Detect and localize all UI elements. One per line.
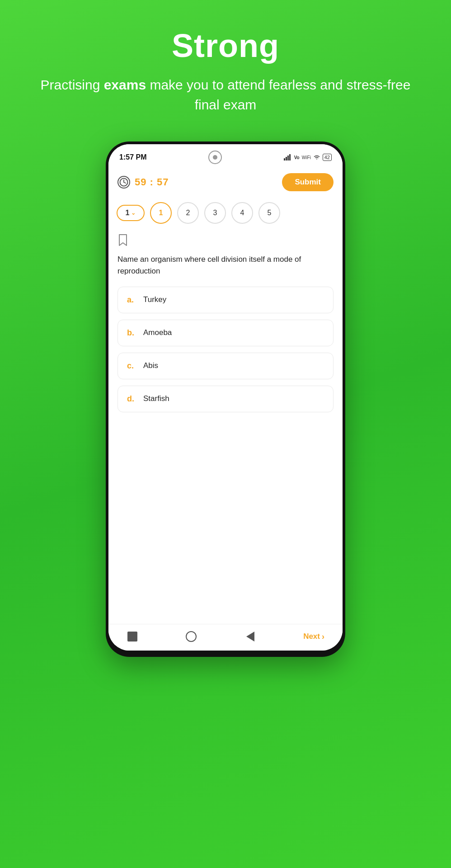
status-time: 1:57 PM — [119, 153, 146, 161]
option-d-label: d. — [127, 394, 136, 404]
status-icons: Vo WiFi 42 — [284, 154, 332, 161]
exam-header: 59 : 57 Submit — [108, 168, 343, 198]
timer-minutes: 59 — [135, 176, 146, 188]
timer-display: 59 : 57 — [135, 176, 169, 188]
question-area: Name an organism where cell division its… — [108, 230, 343, 624]
wifi-label: WiFi — [302, 155, 311, 160]
option-d[interactable]: d. Starfish — [117, 386, 334, 412]
nav-item-2[interactable]: 2 — [177, 202, 199, 224]
back-nav-button[interactable] — [244, 631, 256, 642]
phone-mockup: 1:57 PM Vo WiFi 42 — [106, 142, 345, 657]
svg-rect-2 — [287, 156, 289, 160]
home-nav-button[interactable] — [185, 631, 197, 642]
battery-level: 42 — [324, 155, 330, 160]
question-text: Name an organism where cell division its… — [117, 254, 334, 278]
nav-item-3[interactable]: 3 — [204, 202, 226, 224]
page-subtitle: Practising exams make you to attend fear… — [40, 75, 411, 114]
option-c-label: c. — [127, 361, 136, 371]
option-a-text: Turkey — [143, 295, 166, 304]
option-a-label: a. — [127, 295, 136, 305]
chevron-right-icon: › — [322, 632, 324, 642]
camera-icon — [208, 151, 222, 164]
nav-item-4[interactable]: 4 — [231, 202, 253, 224]
nav-item-1[interactable]: 1 — [150, 202, 172, 224]
signal-icon — [284, 154, 292, 160]
chevron-down-icon: ⌄ — [131, 210, 136, 216]
page-title: Strong — [172, 27, 279, 64]
next-button[interactable]: Next › — [303, 632, 324, 642]
svg-rect-1 — [286, 157, 287, 160]
phone-screen: 1:57 PM Vo WiFi 42 — [108, 144, 343, 651]
svg-rect-3 — [289, 154, 291, 160]
bottom-navigation: Next › — [108, 624, 343, 651]
square-icon — [127, 632, 137, 642]
vo-label: Vo — [294, 155, 300, 160]
option-b[interactable]: b. Amoeba — [117, 320, 334, 346]
svg-rect-0 — [284, 158, 285, 160]
option-c-text: Abis — [143, 361, 158, 370]
question-navigation: 1 ⌄ 1 2 3 4 5 — [108, 198, 343, 230]
option-b-text: Amoeba — [143, 328, 172, 337]
question-nav-dropdown[interactable]: 1 ⌄ — [117, 205, 145, 221]
svg-line-6 — [124, 182, 126, 183]
circle-icon — [186, 631, 197, 642]
option-a[interactable]: a. Turkey — [117, 287, 334, 313]
timer-separator: : — [150, 176, 157, 188]
clock-icon — [117, 176, 130, 189]
submit-button[interactable]: Submit — [282, 173, 334, 191]
dropdown-label: 1 — [126, 209, 130, 217]
nav-item-5[interactable]: 5 — [258, 202, 280, 224]
timer-seconds: 57 — [157, 176, 169, 188]
back-icon — [246, 632, 254, 642]
wifi-icon — [313, 155, 320, 160]
timer-section: 59 : 57 — [117, 176, 169, 189]
bookmark-icon[interactable] — [117, 234, 334, 248]
option-c[interactable]: c. Abis — [117, 353, 334, 379]
option-b-label: b. — [127, 328, 136, 338]
status-bar: 1:57 PM Vo WiFi 42 — [108, 144, 343, 168]
battery-icon: 42 — [323, 154, 332, 161]
square-nav-button[interactable] — [127, 631, 138, 642]
next-label: Next — [303, 632, 320, 641]
option-d-text: Starfish — [143, 394, 169, 403]
